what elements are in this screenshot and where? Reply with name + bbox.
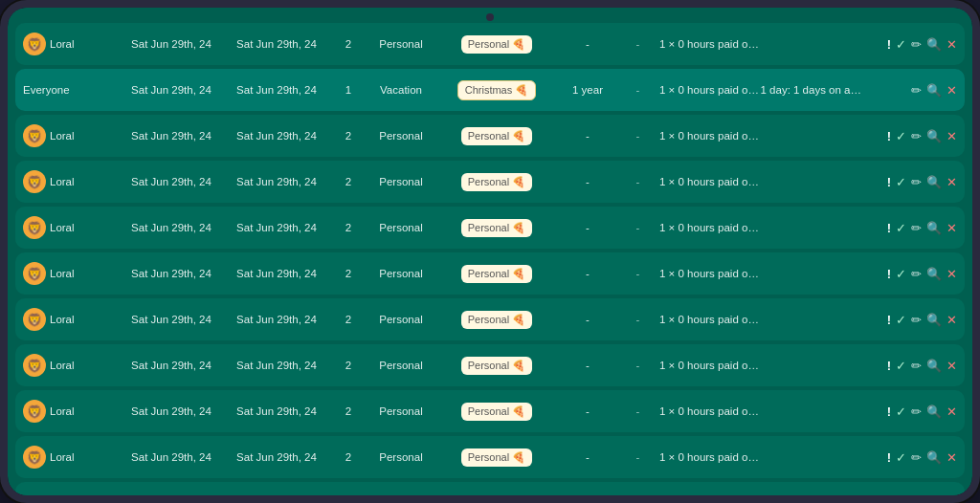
exclaim-icon[interactable]: ! xyxy=(887,37,891,52)
cell-days: 2 xyxy=(329,405,368,417)
close-icon[interactable]: ✕ xyxy=(947,450,957,465)
cell-type: Personal xyxy=(368,176,434,187)
close-icon[interactable]: ✕ xyxy=(947,359,957,373)
search-icon[interactable]: 🔍 xyxy=(926,267,942,281)
search-icon[interactable]: 🔍 xyxy=(926,313,942,327)
close-icon[interactable]: ✕ xyxy=(947,221,957,235)
close-icon[interactable]: ✕ xyxy=(947,313,957,327)
close-icon[interactable]: ✕ xyxy=(947,175,957,189)
staff-name: Loral xyxy=(50,360,75,371)
display-badge[interactable]: Personal 🍕 xyxy=(461,357,532,375)
search-icon[interactable]: 🔍 xyxy=(926,37,942,52)
cell-staff: 🦁Loral xyxy=(23,216,119,239)
close-icon[interactable]: ✕ xyxy=(947,83,957,98)
avatar: 🦁 xyxy=(23,170,46,193)
display-badge[interactable]: Christmas 🍕 xyxy=(457,80,537,100)
check-icon[interactable]: ✓ xyxy=(896,37,906,52)
exclaim-icon[interactable]: ! xyxy=(887,129,891,143)
edit-icon[interactable]: ✏ xyxy=(911,221,922,235)
table-content: 🦁LoralSat Jun 29th, 24Sat Jun 29th, 242P… xyxy=(8,23,972,495)
exclaim-icon[interactable]: ! xyxy=(887,175,891,189)
cell-display: Personal 🍕 xyxy=(434,173,559,191)
exclaim-icon[interactable]: ! xyxy=(887,313,891,327)
display-badge[interactable]: Personal 🍕 xyxy=(461,219,532,237)
check-icon[interactable]: ✓ xyxy=(896,221,906,235)
check-icon[interactable]: ✓ xyxy=(896,450,906,465)
cell-display: Personal 🍕 xyxy=(434,448,559,467)
edit-icon[interactable]: ✏ xyxy=(911,267,922,281)
edit-icon[interactable]: ✏ xyxy=(911,450,922,465)
display-badge[interactable]: Personal 🍕 xyxy=(461,403,532,421)
avatar: 🦁 xyxy=(23,400,46,423)
cell-type: Personal xyxy=(368,222,434,233)
cell-last-day: Sat Jun 29th, 24 xyxy=(224,130,329,142)
staff-name: Loral xyxy=(50,38,75,50)
exclaim-icon[interactable]: ! xyxy=(887,267,891,281)
cell-repeats: - xyxy=(559,38,616,50)
edit-icon[interactable]: ✏ xyxy=(911,175,922,189)
cell-repeats: - xyxy=(559,222,616,233)
cell-actions: !✓✏🔍✕ xyxy=(861,37,957,52)
cell-until: - xyxy=(616,176,659,187)
display-badge[interactable]: Personal 🍕 xyxy=(461,265,532,283)
cell-days: 2 xyxy=(329,451,368,463)
staff-name: Loral xyxy=(50,176,75,187)
cell-display: Personal 🍕 xyxy=(434,127,559,145)
search-icon[interactable]: 🔍 xyxy=(926,359,942,373)
edit-icon[interactable]: ✏ xyxy=(911,83,922,98)
edit-icon[interactable]: ✏ xyxy=(911,313,922,327)
edit-icon[interactable]: ✏ xyxy=(911,359,922,373)
check-icon[interactable]: ✓ xyxy=(896,267,906,281)
cell-pay: 1 × 0 hours paid on all days xyxy=(659,451,761,463)
close-icon[interactable]: ✕ xyxy=(947,267,957,281)
exclaim-icon[interactable]: ! xyxy=(887,450,891,465)
cell-pay: 1 × 0 hours paid on all days xyxy=(659,222,761,233)
cell-pay: 1 × 0 hours paid on all days xyxy=(659,130,761,142)
cell-pay: 1 × 0 hours paid on all days xyxy=(659,38,761,50)
search-icon[interactable]: 🔍 xyxy=(926,83,942,98)
exclaim-icon[interactable]: ! xyxy=(887,405,891,419)
cell-last-day: Sat Jun 29th, 24 xyxy=(224,176,329,187)
cell-until: - xyxy=(616,268,659,279)
cell-actions: !✓✏🔍✕ xyxy=(861,175,957,189)
edit-icon[interactable]: ✏ xyxy=(911,37,922,52)
cell-days: 2 xyxy=(329,130,368,142)
search-icon[interactable]: 🔍 xyxy=(926,221,942,235)
cell-display: Personal 🍕 xyxy=(434,35,559,54)
display-badge[interactable]: Personal 🍕 xyxy=(461,127,532,145)
search-icon[interactable]: 🔍 xyxy=(926,175,942,189)
close-icon[interactable]: ✕ xyxy=(947,129,957,143)
check-icon[interactable]: ✓ xyxy=(896,313,906,327)
table-row: 🦁LoralSat Jun 29th, 24Sat Jun 29th, 242P… xyxy=(15,252,965,295)
cell-first-day: Sat Jun 29th, 24 xyxy=(119,222,224,233)
edit-icon[interactable]: ✏ xyxy=(911,405,922,419)
close-icon[interactable]: ✕ xyxy=(947,37,957,52)
display-badge[interactable]: Personal 🍕 xyxy=(461,35,532,54)
check-icon[interactable]: ✓ xyxy=(896,175,906,189)
cell-last-day: Sat Jun 29th, 24 xyxy=(224,451,329,463)
edit-icon[interactable]: ✏ xyxy=(911,129,922,143)
display-badge[interactable]: Personal 🍕 xyxy=(461,173,532,191)
search-icon[interactable]: 🔍 xyxy=(926,450,942,465)
display-badge[interactable]: Personal 🍕 xyxy=(461,311,532,329)
exclaim-icon[interactable]: ! xyxy=(887,221,891,235)
table-row: 🦁LoralSat Jun 29th, 24Sat Jun 29th, 242P… xyxy=(15,23,965,65)
cell-until: - xyxy=(616,38,659,50)
close-icon[interactable]: ✕ xyxy=(947,405,957,419)
cell-until: - xyxy=(616,405,659,417)
search-icon[interactable]: 🔍 xyxy=(926,405,942,419)
check-icon[interactable]: ✓ xyxy=(896,129,906,143)
exclaim-icon[interactable]: ! xyxy=(887,359,891,373)
avatar: 🦁 xyxy=(23,446,46,469)
cell-actions: !✓✏🔍✕ xyxy=(861,313,957,327)
search-icon[interactable]: 🔍 xyxy=(926,129,942,143)
check-icon[interactable]: ✓ xyxy=(896,405,906,419)
display-badge[interactable]: Personal 🍕 xyxy=(461,448,532,467)
cell-days: 2 xyxy=(329,38,368,50)
cell-until: - xyxy=(616,314,659,325)
cell-staff: 🦁Loral xyxy=(23,262,119,285)
cell-pay: 1 × 0 hours paid on all days xyxy=(659,405,761,417)
check-icon[interactable]: ✓ xyxy=(896,359,906,373)
cell-staff: 🦁Loral xyxy=(23,446,119,469)
cell-display: Personal 🍕 xyxy=(434,311,559,329)
